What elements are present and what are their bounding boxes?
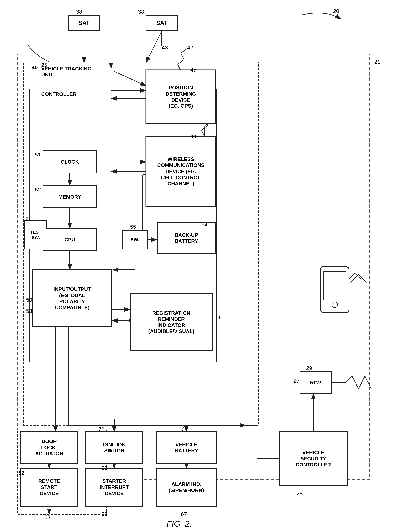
ref-43: 43 (162, 44, 168, 51)
ref-45: 45 (190, 67, 196, 73)
ref-51: 51 (35, 152, 41, 158)
remotestart-box: REMOTESTARTDEVICE (21, 468, 78, 506)
ref-65: 65 (102, 465, 108, 471)
memory-box: MEMORY (43, 186, 97, 208)
ref-72: 72 (98, 426, 104, 432)
diagram: 20 21 25 SAT 38 SAT 38 43 42 40 VEHICLE … (0, 0, 415, 532)
ref-62: 62 (18, 470, 24, 476)
ref-29: 29 (306, 365, 312, 371)
position-box: POSITIONDETERMINGDEVICE(EG. GPS) (146, 70, 216, 124)
vtu-label: VEHICLE TRACKINGUNIT (41, 66, 105, 78)
ref-60: 60 (321, 264, 327, 270)
ref-71: 71 (25, 216, 31, 222)
starter-box: STARTERINTERRUPTDEVICE (86, 468, 143, 506)
figure-label: FIG. 2. (167, 519, 192, 529)
ref-20: 20 (333, 8, 339, 14)
controller-label: CONTROLLER (41, 91, 76, 97)
ref-50: 50 (26, 297, 32, 303)
ref-42: 42 (187, 44, 193, 51)
ref-56: 56 (216, 314, 222, 320)
registration-box: REGISTRATIONREMINDERINDICATOR(AUDIBLE/VI… (130, 294, 213, 351)
ref-61: 61 (182, 426, 188, 432)
sw-box: SW. (122, 230, 148, 249)
wireless-box: WIRELESSCOMMUNICATIONSDEVICE (EG.CELL CO… (146, 136, 216, 206)
alarm-box: ALARM IND.(SIREN/HORN) (156, 468, 217, 506)
ref-38a: 38 (76, 9, 82, 15)
sat2-box: SAT (146, 15, 178, 31)
ref-28: 28 (297, 490, 303, 497)
svg-line-29 (114, 71, 146, 86)
doorlock-box: DOORLOCK-ACTUATOR (21, 432, 78, 464)
ref-21: 21 (374, 59, 380, 65)
ref-55: 55 (130, 224, 136, 230)
vehiclebattery-box: VEHICLEBATTERY (156, 432, 217, 464)
ref-53: 53 (26, 308, 32, 314)
ignition-box: IGNITIONSWITCH (86, 432, 143, 464)
ref-38b: 38 (138, 9, 144, 15)
cpu-box: CPU (43, 228, 97, 251)
ref-27: 27 (293, 378, 300, 384)
ref-44: 44 (190, 133, 196, 140)
io-box: INPUT/OUTPUT(EG. DUALPOLARITYCOMPATIBLE) (33, 270, 112, 327)
svg-line-28 (146, 31, 162, 63)
svg-rect-66 (321, 267, 349, 313)
vtu-ref: 40 (32, 64, 38, 70)
ref-63: 63 (44, 514, 50, 520)
rcv-box: RCV (300, 371, 331, 394)
vehiclesecurity-box: VEHICLESECURITYCONTROLLER (279, 432, 348, 486)
clock-box: CLOCK (43, 151, 97, 173)
ref-54: 54 (201, 221, 208, 228)
ref-66: 66 (102, 511, 108, 517)
ref-67: 67 (181, 511, 187, 517)
sat1-box: SAT (68, 15, 100, 31)
ref-52: 52 (35, 187, 41, 193)
